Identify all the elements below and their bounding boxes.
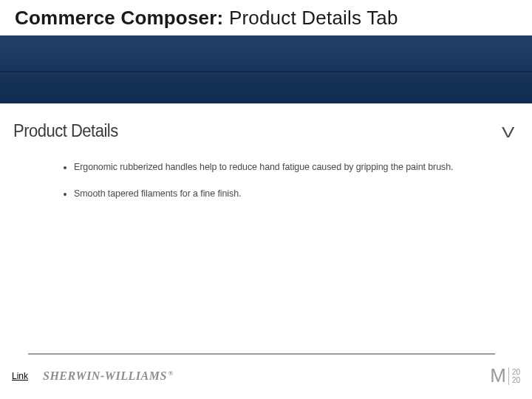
chevron-down-icon[interactable]: V [502,124,514,141]
product-details-panel: Product Details V Ergonomic rubberized h… [10,118,522,310]
header-band: Commerce Composer: Product Details Tab [0,0,532,103]
footer-inner: Link SHERWIN-WILLIAMS® M 20 20 [12,365,520,387]
header-accent-line [0,71,532,72]
list-item: Smooth tapered filaments for a fine fini… [74,188,492,199]
m2020-m: M [490,364,505,387]
panel-title: Product Details [13,120,118,142]
slide: Commerce Composer: Product Details Tab P… [0,0,532,399]
panel-header[interactable]: Product Details V [10,118,522,143]
registered-icon: ® [168,369,174,377]
footer: Link SHERWIN-WILLIAMS® M 20 20 [12,353,520,387]
m2020-year-bottom: 20 [512,376,520,384]
footer-divider [28,353,495,355]
list-item: Ergonomic rubberized handles help to red… [74,161,492,172]
m2020-divider [508,367,509,385]
brand-text: SHERWIN-WILLIAMS [43,369,167,383]
title-rest: Product Details Tab [229,7,398,29]
m2020-year: 20 20 [512,368,520,384]
title-strong: Commerce Composer: [15,7,229,29]
page-title: Commerce Composer: Product Details Tab [15,7,398,30]
sherwin-williams-logo: SHERWIN-WILLIAMS® [43,369,174,383]
title-bar: Commerce Composer: Product Details Tab [0,0,532,35]
footer-link[interactable]: Link [12,371,28,381]
m2020-year-top: 20 [512,368,520,376]
panel-bullets: Ergonomic rubberized handles help to red… [10,162,522,199]
m2020-logo: M 20 20 [490,364,520,387]
